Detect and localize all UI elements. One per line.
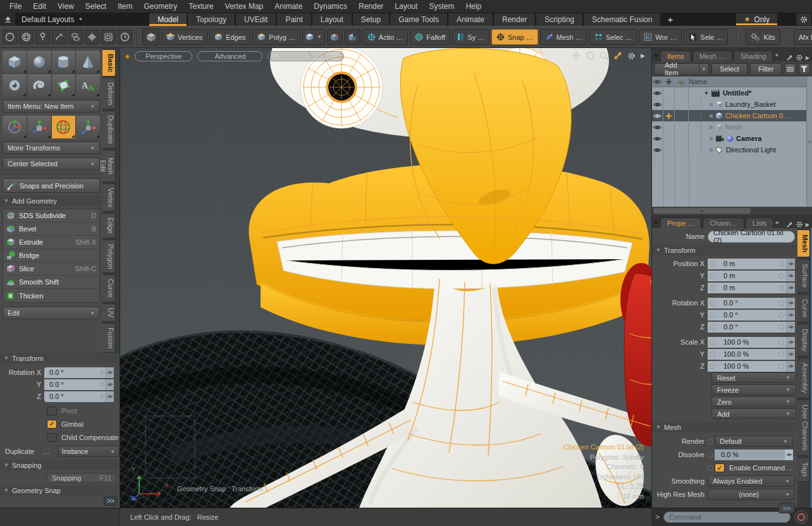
visibility-column-eye-icon[interactable] [652, 76, 663, 87]
vertex-tool-icon[interactable] [35, 30, 50, 44]
spinner-arrows-icon[interactable]: ◀▶ [784, 450, 793, 460]
tool-thicken[interactable]: Thicken [3, 289, 99, 302]
channel-ring-icon[interactable] [710, 324, 715, 330]
rotation-y-field[interactable]: 0.0 ° 0 ◀▶ [44, 379, 114, 390]
channel-ring-icon[interactable] [778, 273, 784, 279]
spinner-arrows-icon[interactable]: ◀▶ [105, 367, 114, 378]
channel-ring-icon[interactable] [708, 465, 713, 471]
layout-preset-dropdown[interactable]: Default Layouts ▼ [15, 13, 89, 26]
channel-ring-icon[interactable] [708, 452, 713, 458]
menu-system[interactable]: System [423, 0, 460, 13]
menu-render[interactable]: Render [353, 0, 389, 13]
item-row-chicken-cartoon-selected[interactable]: Chicken Cartoon 0 … [652, 110, 806, 121]
spinner-arrows-icon[interactable]: ◀▶ [786, 322, 795, 333]
vertices-mode-button[interactable]: Vertices [161, 29, 207, 45]
tool-smooth-shift[interactable]: Smooth Shift [3, 276, 99, 289]
list-options-button[interactable] [784, 63, 796, 75]
reset-zero-icon[interactable]: 0 [100, 393, 104, 400]
zoom-icon[interactable] [600, 51, 608, 60]
item-row-camera[interactable]: Camera [652, 133, 806, 144]
gimbal-checkbox-checked[interactable]: ✓ [47, 420, 57, 429]
tab-uvedit[interactable]: UVEdit [235, 13, 276, 26]
viewport-3d[interactable]: Perspective Advanced Viewport Textures ▶… [120, 48, 651, 508]
side-tab-assembly[interactable]: Assembly [797, 358, 810, 398]
menu-layout[interactable]: Layout [389, 0, 423, 13]
menu-help[interactable]: Help [460, 0, 487, 13]
tab-deform[interactable]: Deform [102, 78, 116, 109]
command-input[interactable] [663, 511, 790, 523]
viewport-textures-button[interactable]: Viewport Textures [268, 51, 344, 61]
gear-icon[interactable] [796, 221, 803, 228]
ellipse-tool-icon[interactable] [3, 30, 17, 44]
menu-view[interactable]: View [52, 0, 80, 13]
cone-primitive-button[interactable] [76, 51, 100, 73]
channel-ring-icon[interactable] [708, 439, 713, 444]
channel-ring-icon[interactable] [778, 261, 784, 267]
eye-icon[interactable] [652, 121, 663, 133]
tab-scripting[interactable]: Scripting [536, 13, 583, 26]
eye-icon[interactable] [652, 133, 663, 144]
layout-gear-button[interactable] [796, 13, 812, 26]
tab-duplicate[interactable]: Duplicate [102, 111, 116, 149]
enable-command-dots[interactable]: … [785, 464, 792, 472]
channel-ring-icon[interactable] [778, 312, 784, 318]
kits-button[interactable]: Kits [746, 29, 780, 45]
tab-edge[interactable]: Edge [102, 213, 116, 238]
spinner-arrows-icon[interactable]: ◀▶ [786, 271, 795, 281]
position-z-field[interactable]: 0 m◀▶ [708, 283, 795, 293]
zero-dropdown-button[interactable]: Zero▼ [711, 396, 796, 407]
tab-paint[interactable]: Paint [276, 13, 311, 26]
items-vertical-scrollbar[interactable] [806, 76, 812, 207]
smoothing-dropdown[interactable]: Always Enabled▼ [708, 475, 795, 487]
transform-section-header[interactable]: ▼ Transform [652, 245, 797, 255]
name-column-header[interactable]: Name [689, 78, 707, 85]
item-row-laundry-basket[interactable]: Laundry_Basket [652, 99, 806, 110]
gear-icon[interactable] [796, 54, 803, 61]
tab-animate[interactable]: Animate [448, 13, 493, 26]
tab-properties[interactable]: Prope … [660, 217, 701, 228]
menu-file[interactable]: File [4, 0, 27, 13]
box-select-icon[interactable] [101, 30, 116, 44]
rotation-x-field[interactable]: 0.0 °◀▶ [708, 298, 795, 309]
menu-item[interactable]: Item [112, 0, 138, 13]
spinner-arrows-icon[interactable]: ◀▶ [786, 298, 795, 309]
select-through-button[interactable]: Selec … [589, 29, 637, 45]
left-panel-expand-button[interactable]: >> [104, 496, 118, 506]
rotation-z-field[interactable]: 0.0 °◀▶ [708, 322, 795, 333]
paint-cube-2-icon[interactable] [345, 29, 360, 45]
snapping-button[interactable]: Snap … [491, 29, 538, 45]
tool-bevel[interactable]: Bevel B [3, 223, 99, 236]
tab-uv[interactable]: UV [102, 303, 116, 322]
mirror-tool-icon[interactable] [68, 30, 83, 44]
item-menu-dropdown[interactable]: Item Menu: New Item ▼ [3, 100, 100, 113]
tab-shading[interactable]: Shading [734, 51, 773, 61]
work-plane-button[interactable]: Wor … [639, 29, 682, 45]
channel-ring-icon[interactable] [778, 300, 784, 306]
tab-mesh-ops[interactable]: Mesh … [692, 51, 732, 61]
tab-curve[interactable]: Curve [102, 274, 116, 302]
expander-triangle-icon[interactable]: ▼ [704, 90, 709, 96]
add-dropdown-button[interactable]: Add▼ [711, 408, 796, 419]
tab-topology[interactable]: Topology [187, 13, 235, 26]
side-tab-user-channels[interactable]: User Channels [797, 400, 810, 456]
tab-fusion[interactable]: Fusion [102, 323, 116, 353]
channel-ring-icon[interactable] [710, 273, 715, 279]
reset-zero-icon[interactable]: 0 [100, 381, 104, 388]
menu-vertex-map[interactable]: Vertex Map [219, 0, 269, 13]
dissolve-field[interactable]: 0.0 %◀▶ [715, 450, 793, 460]
cube-primitive-button[interactable] [3, 51, 27, 73]
add-layout-tab-button[interactable]: + [661, 13, 679, 26]
pop-out-icon[interactable] [786, 54, 793, 61]
channel-ring-icon[interactable] [778, 285, 784, 291]
spinner-arrows-icon[interactable]: ◀▶ [105, 391, 114, 402]
tab-render[interactable]: Render [493, 13, 536, 26]
mesh-constraint-button[interactable]: Mesh … [540, 29, 587, 45]
panel-arrow-icon[interactable]: ▶ [641, 52, 645, 59]
channel-ring-icon[interactable] [778, 339, 784, 345]
channel-ring-icon[interactable] [710, 364, 715, 369]
tab-game-tools[interactable]: Game Tools [390, 13, 448, 26]
text-tool-button[interactable]: A& [76, 74, 100, 97]
selection-sets-button[interactable]: Sele … [684, 29, 728, 45]
symmetry-button[interactable]: Sy … [452, 29, 489, 45]
orbit-icon[interactable] [586, 51, 594, 60]
